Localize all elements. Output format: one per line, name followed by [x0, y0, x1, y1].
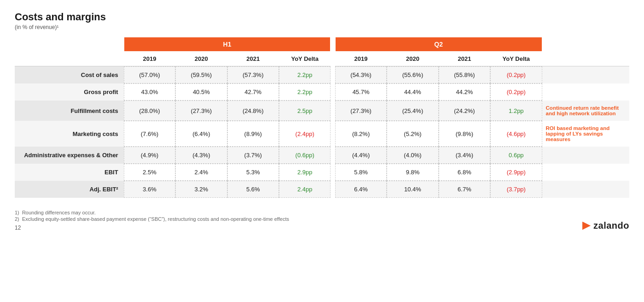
- q2-2021-cell: (24.2%): [439, 101, 490, 121]
- h1-2019-cell: (7.6%): [124, 121, 175, 147]
- col-q2-delta: YoY Delta: [490, 52, 542, 66]
- q2-delta-cell: (2.9pp): [490, 164, 542, 181]
- q2-delta-cell: (0.2pp): [490, 66, 542, 83]
- col-h1-delta: YoY Delta: [279, 52, 331, 66]
- q2-2021-cell: 6.7%: [439, 181, 490, 198]
- h1-2020-cell: (59.5%): [175, 66, 227, 83]
- h1-2020-cell: 2.4%: [175, 164, 227, 181]
- col-note-spacer: [542, 52, 629, 66]
- note-cell: [542, 147, 629, 164]
- h1-2020-cell: 40.5%: [175, 83, 227, 101]
- h1-delta-cell: (0.6pp): [279, 147, 331, 164]
- h1-2020-cell: 3.2%: [175, 181, 227, 198]
- q2-2019-cell: (8.2%): [335, 121, 387, 147]
- zalando-logo-icon: [582, 222, 591, 230]
- q2-group-header: Q2: [335, 37, 542, 52]
- q2-2020-cell: 9.8%: [387, 164, 438, 181]
- q2-2019-cell: 5.8%: [335, 164, 387, 181]
- h1-2021-cell: 5.6%: [227, 181, 279, 198]
- table-row: Fulfillment costs (28.0%) (27.3%) (24.8%…: [15, 101, 629, 121]
- row-label: Fulfillment costs: [15, 101, 124, 121]
- footnote: 1) Rounding differences may occur.: [15, 210, 289, 215]
- row-separator: [331, 66, 335, 83]
- row-label: Adj. EBIT²: [15, 181, 124, 198]
- q2-2021-cell: 44.2%: [439, 83, 490, 101]
- q2-2021-cell: (3.4%): [439, 147, 490, 164]
- page-subtitle: (in % of revenue)¹: [15, 24, 629, 30]
- h1-2021-cell: (24.8%): [227, 101, 279, 121]
- note-cell: [542, 181, 629, 198]
- h1-2019-cell: 2.5%: [124, 164, 175, 181]
- col-separator: [331, 52, 335, 66]
- label-spacer: [15, 37, 124, 52]
- row-separator: [331, 164, 335, 181]
- q2-2020-cell: (55.6%): [387, 66, 438, 83]
- col-label-spacer: [15, 52, 124, 66]
- h1-2021-cell: (57.3%): [227, 66, 279, 83]
- h1-2021-cell: (8.9%): [227, 121, 279, 147]
- page-title: Costs and margins: [15, 11, 629, 23]
- h1-2019-cell: 3.6%: [124, 181, 175, 198]
- table-row: Adj. EBIT² 3.6% 3.2% 5.6% 2.4pp 6.4% 10.…: [15, 181, 629, 198]
- q2-2019-cell: 6.4%: [335, 181, 387, 198]
- table-row: EBIT 2.5% 2.4% 5.3% 2.9pp 5.8% 9.8% 6.8%…: [15, 164, 629, 181]
- row-separator: [331, 147, 335, 164]
- row-label: Marketing costs: [15, 121, 124, 147]
- q2-2020-cell: 44.4%: [387, 83, 438, 101]
- note-cell: Continued return rate benefit and high n…: [542, 101, 629, 121]
- q2-2021-cell: (55.8%): [439, 66, 490, 83]
- col-q2-2020: 2020: [387, 52, 438, 66]
- row-separator: [331, 181, 335, 198]
- q2-2020-cell: 10.4%: [387, 181, 438, 198]
- h1-delta-cell: 2.2pp: [279, 83, 331, 101]
- note-cell: ROI based marketing and lapping of LYs s…: [542, 121, 629, 147]
- h1-2021-cell: 42.7%: [227, 83, 279, 101]
- q2-2019-cell: 45.7%: [335, 83, 387, 101]
- h1-delta-cell: 2.2pp: [279, 66, 331, 83]
- h1-2020-cell: (27.3%): [175, 101, 227, 121]
- q2-2019-cell: (4.4%): [335, 147, 387, 164]
- h1-2019-cell: (28.0%): [124, 101, 175, 121]
- h1-2019-cell: (57.0%): [124, 66, 175, 83]
- note-cell: [542, 83, 629, 101]
- h1-2021-cell: 5.3%: [227, 164, 279, 181]
- column-header-row: 2019 2020 2021 YoY Delta 2019 2020 2021 …: [15, 52, 629, 66]
- q2-delta-cell: (4.6pp): [490, 121, 542, 147]
- logo: zalando: [582, 220, 629, 231]
- h1-2019-cell: 43.0%: [124, 83, 175, 101]
- footnote: 2) Excluding equity-settled share-based …: [15, 216, 289, 222]
- row-label: Gross profit: [15, 83, 124, 101]
- row-separator: [331, 121, 335, 147]
- row-label: Cost of sales: [15, 66, 124, 83]
- table-row: Cost of sales (57.0%) (59.5%) (57.3%) 2.…: [15, 66, 629, 83]
- table-row: Gross profit 43.0% 40.5% 42.7% 2.2pp 45.…: [15, 83, 629, 101]
- row-separator: [331, 83, 335, 101]
- row-label: Administrative expenses & Other: [15, 147, 124, 164]
- zalando-logo-text: zalando: [593, 220, 629, 231]
- data-table: H1 Q2 2019 2020 2021 YoY Delta 2019 2020…: [15, 37, 629, 198]
- q2-delta-cell: (3.7pp): [490, 181, 542, 198]
- footnotes: 1) Rounding differences may occur.2) Exc…: [15, 210, 289, 222]
- q2-2019-cell: (54.3%): [335, 66, 387, 83]
- col-h1-2019: 2019: [124, 52, 175, 66]
- group-separator: [331, 37, 335, 52]
- q2-2020-cell: (5.2%): [387, 121, 438, 147]
- q2-delta-cell: 0.6pp: [490, 147, 542, 164]
- h1-2019-cell: (4.9%): [124, 147, 175, 164]
- h1-2020-cell: (4.3%): [175, 147, 227, 164]
- q2-2020-cell: (25.4%): [387, 101, 438, 121]
- q2-2021-cell: 6.8%: [439, 164, 490, 181]
- col-q2-2021: 2021: [439, 52, 490, 66]
- h1-2021-cell: (3.7%): [227, 147, 279, 164]
- col-h1-2021: 2021: [227, 52, 279, 66]
- q2-2021-cell: (9.8%): [439, 121, 490, 147]
- h1-2020-cell: (6.4%): [175, 121, 227, 147]
- col-q2-2019: 2019: [335, 52, 387, 66]
- q2-2019-cell: (27.3%): [335, 101, 387, 121]
- page-number: 12: [15, 225, 289, 231]
- h1-delta-cell: 2.4pp: [279, 181, 331, 198]
- h1-delta-cell: 2.9pp: [279, 164, 331, 181]
- table-row: Administrative expenses & Other (4.9%) (…: [15, 147, 629, 164]
- row-label: EBIT: [15, 164, 124, 181]
- note-cell: [542, 66, 629, 83]
